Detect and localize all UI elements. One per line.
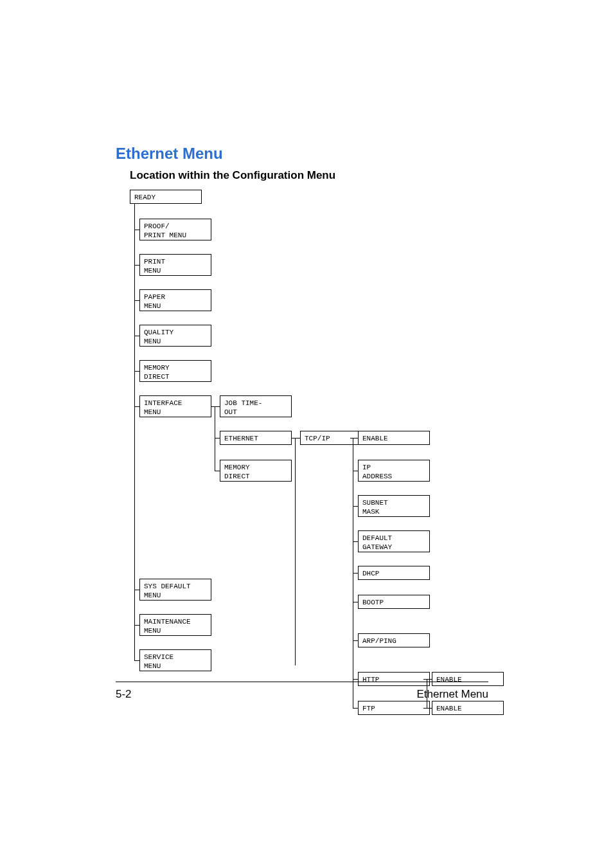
- stub: [134, 371, 139, 372]
- footer-rule: [116, 682, 488, 682]
- content-area: Ethernet Menu Location within the Config…: [116, 145, 501, 665]
- http-enable: ENABLE: [432, 672, 504, 686]
- stub: [134, 265, 139, 266]
- sys-default-menu: SYS DEFAULT MENU: [139, 579, 211, 601]
- stub: [350, 438, 358, 439]
- stub: [353, 640, 358, 641]
- stub: [423, 708, 432, 709]
- stub: [353, 506, 358, 507]
- page-number: 5-2: [116, 688, 132, 701]
- col2-vline: [215, 406, 215, 471]
- stub: [215, 471, 220, 471]
- ip-address: IP ADDRESS: [358, 460, 430, 482]
- ftp-enable: ENABLE: [432, 701, 504, 715]
- proof-print-menu: PROOF/ PRINT MENU: [139, 219, 211, 240]
- stub: [353, 679, 358, 680]
- stub: [292, 438, 300, 439]
- stub: [134, 230, 139, 230]
- ethernet: ETHERNET: [220, 431, 292, 445]
- col1-vline: [134, 204, 135, 660]
- stub: [353, 573, 358, 574]
- memory-direct-sub: MEMORY DIRECT: [220, 460, 292, 482]
- paper-menu: PAPER MENU: [139, 289, 211, 311]
- enable: ENABLE: [358, 431, 430, 445]
- stub: [134, 660, 139, 661]
- ftp: FTP: [358, 701, 430, 715]
- ready-box: READY: [130, 190, 202, 204]
- stub: [134, 336, 139, 336]
- stub: [353, 471, 358, 471]
- job-timeout: JOB TIME- OUT: [220, 395, 292, 417]
- maintenance-menu: MAINTENANCE MENU: [139, 614, 211, 636]
- col3-vline: [295, 438, 296, 665]
- page: Ethernet Menu Location within the Config…: [0, 0, 613, 868]
- stub: [134, 625, 139, 626]
- bootp: BOOTP: [358, 595, 430, 609]
- page-subtitle: Location within the Configuration Menu: [130, 169, 501, 182]
- service-menu: SERVICE MENU: [139, 649, 211, 671]
- quality-menu: QUALITY MENU: [139, 325, 211, 347]
- stub: [353, 541, 358, 542]
- stub: [215, 438, 220, 439]
- stub: [423, 679, 432, 680]
- stub: [134, 406, 139, 407]
- arp-ping: ARP/PING: [358, 633, 430, 647]
- subnet-mask: SUBNET MASK: [358, 495, 430, 517]
- footer: 5-2 Ethernet Menu: [116, 688, 488, 701]
- dhcp: DHCP: [358, 566, 430, 580]
- footer-title: Ethernet Menu: [416, 688, 488, 701]
- stub: [353, 708, 358, 709]
- http: HTTP: [358, 672, 430, 686]
- interface-menu: INTERFACE MENU: [139, 395, 211, 417]
- stub: [134, 590, 139, 590]
- print-menu: PRINT MENU: [139, 254, 211, 276]
- stub: [134, 300, 139, 301]
- stub: [353, 602, 358, 602]
- page-title: Ethernet Menu: [116, 145, 501, 163]
- menu-diagram: READY PROOF/ PRINT MENU PRINT MENU PAPER…: [130, 190, 515, 665]
- stub: [211, 406, 220, 407]
- default-gateway: DEFAULT GATEWAY: [358, 530, 430, 552]
- memory-direct-menu: MEMORY DIRECT: [139, 360, 211, 382]
